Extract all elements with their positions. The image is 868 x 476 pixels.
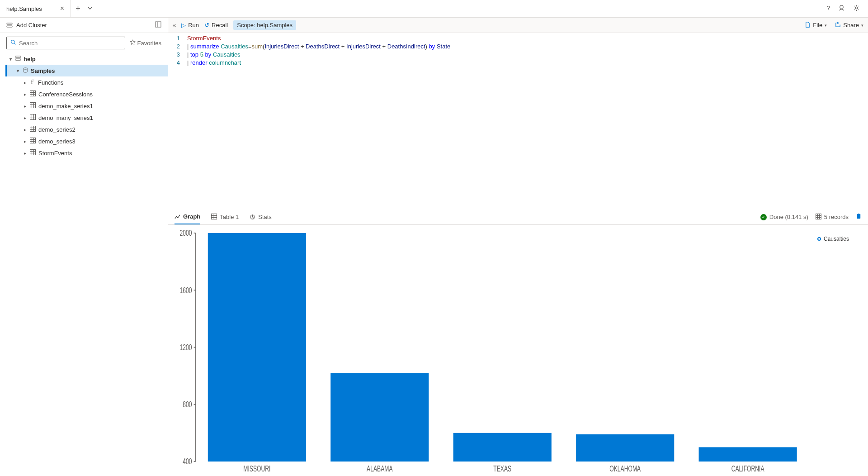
bar-missouri[interactable] <box>208 233 306 462</box>
prev-button[interactable]: « <box>173 22 176 29</box>
editor-gutter: 1234 <box>168 33 184 209</box>
table-icon <box>30 90 36 98</box>
tab-stats[interactable]: Stats <box>250 209 272 224</box>
table-icon <box>30 114 36 121</box>
copy-icon[interactable] <box>856 214 862 221</box>
chevron-right-icon: ▸ <box>23 127 27 132</box>
tree-root-label: help <box>24 56 36 62</box>
add-tab-button[interactable]: + <box>71 4 85 14</box>
tree-item-demo_series3[interactable]: ▸demo_series3 <box>5 135 168 147</box>
add-cluster-label: Add Cluster <box>16 22 47 29</box>
share-icon <box>835 22 841 29</box>
gear-icon[interactable] <box>853 5 860 13</box>
scope-pill[interactable]: Scope: help.Samples <box>233 20 296 30</box>
tree-item-label: demo_series3 <box>38 138 75 145</box>
svg-text:ALABAMA: ALABAMA <box>367 463 393 473</box>
tree-item-demo_make_series1[interactable]: ▸demo_make_series1 <box>5 100 168 112</box>
svg-rect-1 <box>7 23 12 24</box>
svg-rect-11 <box>857 214 860 218</box>
function-icon <box>30 79 35 86</box>
bar-alabama[interactable] <box>330 373 429 462</box>
chevron-right-icon: ▸ <box>23 115 27 120</box>
chevron-down-icon: ▾ <box>8 57 13 62</box>
chart-svg: 400800120016002000MISSOURIALABAMATEXASOK… <box>173 229 814 476</box>
database-icon <box>23 67 28 74</box>
status-text: Done (0.141 s) <box>769 214 808 220</box>
tab-graph-label: Graph <box>183 213 200 220</box>
tree-item-conferencesessions[interactable]: ▸ConferenceSessions <box>5 88 168 100</box>
close-icon[interactable]: × <box>60 5 64 13</box>
run-button[interactable]: ▷ Run <box>181 22 199 29</box>
tree-item-demo_series2[interactable]: ▸demo_series2 <box>5 124 168 135</box>
svg-text:MISSOURI: MISSOURI <box>243 463 270 473</box>
tab-dropdown-icon[interactable] <box>85 5 95 13</box>
play-icon: ▷ <box>181 22 186 29</box>
tab-table-label: Table 1 <box>220 214 239 220</box>
collapse-sidebar-icon[interactable] <box>155 21 161 29</box>
file-button[interactable]: File ▾ <box>805 22 827 29</box>
bar-california[interactable] <box>699 447 797 462</box>
svg-text:2000: 2000 <box>180 229 192 238</box>
server-icon <box>15 56 21 62</box>
tree-item-label: Functions <box>38 79 63 86</box>
svg-text:CALIFORNIA: CALIFORNIA <box>731 463 764 473</box>
share-button[interactable]: Share ▾ <box>835 22 863 29</box>
favorites-button[interactable]: Favorites <box>130 39 161 47</box>
tree-cluster-help[interactable]: ▾ help <box>5 53 168 65</box>
search-icon <box>10 39 16 47</box>
svg-rect-2 <box>7 26 12 27</box>
query-editor[interactable]: 1234 StormEvents| summarize Causalties=s… <box>168 33 868 209</box>
table-icon <box>30 138 36 145</box>
svg-point-0 <box>855 7 858 9</box>
table-icon <box>30 149 36 157</box>
share-label: Share <box>843 22 859 29</box>
chevron-right-icon: ▸ <box>23 151 27 156</box>
sidebar: Add Cluster Favorites ▾ <box>0 18 168 476</box>
chart-container: 400800120016002000MISSOURIALABAMATEXASOK… <box>168 225 868 476</box>
table-icon <box>211 214 217 221</box>
tab-help-samples[interactable]: help.Samples × <box>0 0 71 17</box>
tree-item-label: StormEvents <box>38 150 72 157</box>
chevron-down-icon: ▾ <box>825 23 827 28</box>
legend-label: Causalties <box>824 236 849 242</box>
tree-db-samples[interactable]: ▾ Samples <box>5 65 168 76</box>
svg-text:400: 400 <box>183 456 192 466</box>
tab-graph[interactable]: Graph <box>175 209 200 224</box>
svg-rect-8 <box>16 58 20 60</box>
svg-text:TEXAS: TEXAS <box>493 463 511 473</box>
results-tabs: Graph Table 1 Stats ✓ Done (0.141 s) 5 r… <box>168 209 868 225</box>
file-label: File <box>813 22 822 29</box>
recall-icon: ↺ <box>204 22 209 29</box>
svg-text:OKLAHOMA: OKLAHOMA <box>609 463 641 473</box>
tab-stats-label: Stats <box>258 214 272 220</box>
tab-title: help.Samples <box>6 5 42 12</box>
tree-item-stormevents[interactable]: ▸StormEvents <box>5 147 168 159</box>
chevron-down-icon: ▾ <box>15 68 20 73</box>
chevron-down-icon: ▾ <box>861 23 863 28</box>
search-input-wrapper[interactable] <box>6 37 125 49</box>
bar-texas[interactable] <box>453 433 552 462</box>
bar-oklahoma[interactable] <box>576 434 674 462</box>
table-icon <box>30 102 36 109</box>
legend-item[interactable]: Causalties <box>817 236 860 242</box>
feedback-icon[interactable] <box>838 5 845 13</box>
table-icon <box>816 214 821 221</box>
chevron-right-icon: ▸ <box>23 139 27 144</box>
favorites-label: Favorites <box>137 40 161 47</box>
tree-item-functions[interactable]: ▸Functions <box>5 76 168 88</box>
search-input[interactable] <box>19 40 121 47</box>
editor-code[interactable]: StormEvents| summarize Causalties=sum(In… <box>184 33 868 209</box>
svg-rect-3 <box>156 22 161 27</box>
chevron-right-icon: ▸ <box>23 80 27 85</box>
help-icon[interactable]: ? <box>827 5 830 13</box>
chevron-right-icon: ▸ <box>23 104 27 109</box>
tab-table[interactable]: Table 1 <box>211 209 239 224</box>
chart-area: 400800120016002000MISSOURIALABAMATEXASOK… <box>173 229 814 476</box>
tab-bar: help.Samples × + ? <box>0 0 868 18</box>
tree-item-label: ConferenceSessions <box>38 91 93 98</box>
add-cluster-button[interactable]: Add Cluster <box>6 22 47 29</box>
recall-button[interactable]: ↺ Recall <box>204 22 228 29</box>
tree-item-demo_many_series1[interactable]: ▸demo_many_series1 <box>5 112 168 124</box>
svg-rect-7 <box>16 56 20 57</box>
tree-item-label: demo_many_series1 <box>38 114 93 121</box>
